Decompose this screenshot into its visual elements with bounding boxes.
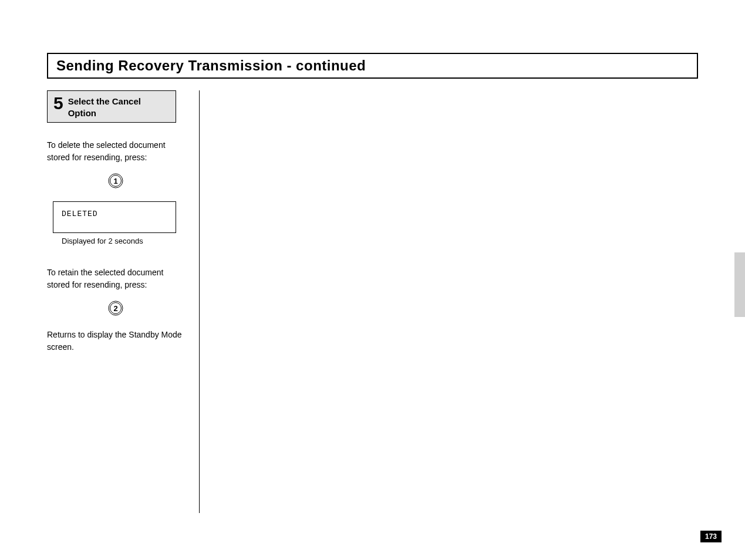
step-number: 5 [53,95,63,112]
lcd-display-caption: Displayed for 2 seconds [62,237,184,245]
lcd-display-box: DELETED [53,201,176,233]
paragraph-delete: To delete the selected document stored f… [47,139,184,164]
lcd-display-text: DELETED [62,210,98,218]
step-box: 5 Select the Cancel Option [47,90,176,123]
step-title: Select the Cancel Option [68,95,170,119]
page-section-tab [734,252,745,317]
keypad-1-icon: 1 [108,173,123,188]
paragraph-return: Returns to display the Standby Mode scre… [47,329,184,353]
left-column: 5 Select the Cancel Option To delete the… [47,90,200,513]
keypad-2-icon: 2 [108,301,123,316]
paragraph-retain: To retain the selected document stored f… [47,266,184,291]
svg-text:2: 2 [113,304,117,313]
svg-text:1: 1 [113,177,117,185]
section-title-bar: Sending Recovery Transmission - continue… [47,53,698,79]
page-number: 173 [700,531,722,542]
section-title: Sending Recovery Transmission - continue… [56,58,366,73]
content-area: 5 Select the Cancel Option To delete the… [47,90,698,513]
